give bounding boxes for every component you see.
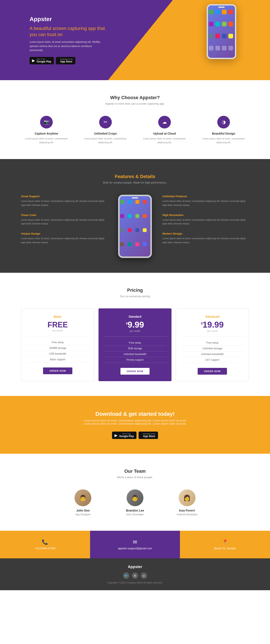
- email-icon: ✉: [94, 539, 176, 545]
- pricing-advanced: Advanced $ 19.99 per month Free setup Un…: [176, 308, 249, 381]
- download-app-store-button[interactable]: Download on the App Store: [138, 432, 158, 439]
- advanced-feature-1: Free setup: [180, 340, 244, 346]
- contact-phone: 📞 +0123456-67595: [0, 531, 90, 558]
- crops-icon: ✂: [99, 116, 112, 128]
- team-avatar-1: 👨: [74, 490, 91, 506]
- team-role-2: Ionic Developer: [113, 513, 157, 516]
- features-grid: 📷 Capture Anytime Lorem ipsum dolor sit …: [21, 116, 249, 144]
- pricing-grid: Basic FREE per month Free setup 100MB st…: [21, 308, 249, 381]
- twitter-icon[interactable]: 🐦: [123, 572, 129, 579]
- feature-cloud: ☁ Upload at Cloud Lorem ipsum dolor sit …: [139, 116, 190, 144]
- standard-price-wrap: $ 9.99: [126, 320, 144, 329]
- standard-divider: [103, 336, 167, 337]
- download-google-play-button[interactable]: ▶ GET IT ON Google Play: [112, 432, 136, 439]
- detail-unique-desc: Lorem ipsum dolor sit amet, consectetuer…: [21, 236, 108, 244]
- standard-features: Free setup 5GB storage Unlimited bandwid…: [103, 340, 167, 363]
- feature-design: ◑ Beautiful Design Lorem ipsum dolor sit…: [198, 116, 249, 144]
- advanced-feature-2: Unlimited storage: [180, 346, 244, 352]
- details-section: Features & Details Built for creative pe…: [0, 159, 270, 273]
- basic-feature-2: 100MB storage: [26, 345, 90, 351]
- detail-modern-title: Modern Design: [162, 232, 249, 235]
- team-member-3: 👩 Inza Fererri Android Developer: [165, 490, 209, 516]
- hero-subtitle: A beautiful screen capturing app that yo…: [30, 26, 106, 38]
- team-subtitle: We're a team of three people.: [21, 476, 249, 479]
- advanced-feature-3: Unlimited bandwidth: [180, 352, 244, 357]
- github-icon[interactable]: ⚙: [132, 572, 138, 579]
- feature-crops-title: Unlimited Crops: [94, 132, 117, 135]
- feature-capture: 📷 Capture Anytime Lorem ipsum dolor sit …: [21, 116, 72, 144]
- standard-period: per month: [130, 330, 140, 332]
- design-icon: ◑: [217, 116, 230, 128]
- advanced-plan-name: Advanced: [205, 315, 220, 318]
- capture-icon: 📷: [40, 116, 53, 128]
- footer-logo: Appster: [6, 565, 264, 569]
- detail-hires: High Resolution Lorem ipsum dolor sit am…: [162, 214, 249, 226]
- standard-feature-4: Priority support: [103, 357, 167, 363]
- standard-feature-2: 5GB storage: [103, 346, 167, 352]
- advanced-order-button[interactable]: ORDER NOW: [198, 368, 227, 375]
- download-section: Download & get started today! Lorem ipsu…: [0, 396, 270, 454]
- feature-crops: ✂ Unlimited Crops Lorem ipsum dolor sit …: [80, 116, 131, 144]
- hero-triangle: [108, 0, 270, 80]
- footer: Appster 🐦 ⚙ in Copyright © 2020 Company …: [0, 558, 270, 590]
- feature-crops-desc: Lorem ipsum dolor sit amet, consectetuer…: [80, 137, 131, 144]
- contact-email-text: appster.support@gmail.com: [94, 547, 176, 550]
- pricing-subtitle: Our no-nonsense pricing: [21, 295, 249, 298]
- standard-order-button[interactable]: ORDER NOW: [120, 368, 150, 375]
- advanced-divider: [180, 336, 244, 337]
- basic-divider: [26, 336, 90, 336]
- download-google-play-icon: ▶: [114, 433, 118, 438]
- feature-capture-title: Capture Anytime: [34, 132, 58, 135]
- detail-unlimited: Unlimited Features Lorem ipsum dolor sit…: [162, 195, 249, 207]
- download-desc: Lorem ipsum dolor sit amet, consectetuer…: [82, 419, 188, 425]
- advanced-currency: $: [201, 322, 203, 325]
- basic-plan-price: FREE: [48, 320, 68, 329]
- team-role-1: App Designer: [61, 513, 105, 516]
- detail-unique-title: Unique Design: [21, 232, 108, 235]
- team-title: Our Team: [21, 468, 249, 474]
- details-left: Great Support Lorem ipsum dolor sit amet…: [21, 195, 108, 244]
- hero-store-buttons: ▶ GET IT ON Google Play Download on the …: [30, 57, 106, 64]
- team-role-3: Android Developer: [165, 513, 209, 516]
- advanced-period: per month: [207, 330, 218, 332]
- contact-location-text: Beach St. Sample: [184, 547, 266, 550]
- advanced-features: Free setup Unlimited storage Unlimited b…: [180, 340, 244, 363]
- team-member-1: 👨 John Deo App Designer: [61, 490, 105, 516]
- feature-cloud-desc: Lorem ipsum dolor sit amet, consectetuer…: [139, 137, 190, 144]
- details-subtitle: Built for creative people. Made for high…: [21, 181, 249, 184]
- team-name-2: Brandon Lee: [113, 509, 157, 512]
- basic-order-button[interactable]: ORDER NOW: [43, 368, 72, 374]
- standard-price: 9.99: [128, 320, 144, 329]
- feature-design-title: Beautiful Design: [212, 132, 235, 135]
- google-play-icon: ▶: [32, 58, 35, 63]
- footer-social: 🐦 ⚙ in: [6, 572, 264, 579]
- advanced-price-wrap: $ 19.99: [201, 320, 224, 329]
- hero-description: Lorem ipsum dolor, sit amet consectetur …: [30, 40, 106, 52]
- contact-email: ✉ appster.support@gmail.com: [90, 531, 180, 558]
- app-store-button[interactable]: Download on the App Store: [56, 57, 75, 64]
- team-section: Our Team We're a team of three people. 👨…: [0, 454, 270, 531]
- contact-phone-text: +0123456-67595: [4, 547, 86, 550]
- linkedin-icon[interactable]: in: [141, 572, 147, 579]
- team-name-3: Inza Fererri: [165, 509, 209, 512]
- details-right: Unlimited Features Lorem ipsum dolor sit…: [162, 195, 249, 244]
- google-play-button[interactable]: ▶ GET IT ON Google Play: [30, 57, 54, 64]
- hero-section: Appster A beautiful screen capturing app…: [0, 0, 270, 80]
- team-avatar-3: 👩: [179, 490, 196, 506]
- pricing-basic: Basic FREE per month Free setup 100MB st…: [21, 308, 94, 381]
- detail-unlimited-title: Unlimited Features: [162, 195, 249, 198]
- why-subtitle: Appster is more than just a screen captu…: [21, 102, 249, 105]
- feature-cloud-title: Upload at Cloud: [153, 132, 176, 135]
- why-title: Why Choose Appster?: [21, 95, 249, 100]
- standard-plan-name: Standard: [129, 315, 142, 318]
- basic-plan-name: Basic: [54, 315, 62, 318]
- detail-unique: Unique Design Lorem ipsum dolor sit amet…: [21, 232, 108, 244]
- detail-modern: Modern Design Lorem ipsum dolor sit amet…: [162, 232, 249, 244]
- team-member-2: 👨 Brandon Lee Ionic Developer: [113, 490, 157, 516]
- details-title: Features & Details: [21, 174, 249, 179]
- standard-currency: $: [126, 322, 128, 325]
- phone-icon: 📞: [4, 539, 86, 545]
- advanced-price: 19.99: [203, 320, 224, 329]
- detail-support-title: Great Support: [21, 195, 108, 198]
- basic-feature-1: Free setup: [26, 340, 90, 345]
